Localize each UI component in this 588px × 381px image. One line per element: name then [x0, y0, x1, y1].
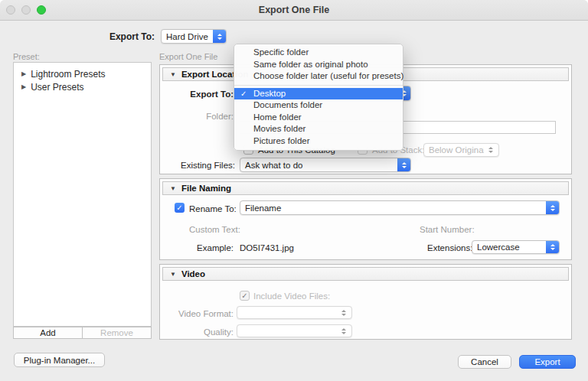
- section-title: File Naming: [181, 184, 231, 193]
- menu-item[interactable]: Choose folder later (useful for presets): [234, 70, 403, 83]
- add-preset-button[interactable]: Add: [13, 327, 83, 339]
- rename-template-value: Filename: [240, 204, 546, 213]
- extensions-popup[interactable]: Lowercase: [472, 240, 560, 254]
- preset-tree-label: Lightroom Presets: [31, 69, 105, 80]
- remove-preset-button[interactable]: Remove: [82, 327, 152, 339]
- custom-text-label: Custom Text:: [189, 225, 240, 234]
- disclosure-open-icon: ▼: [170, 271, 176, 278]
- menu-item[interactable]: Same folder as original photo: [234, 59, 403, 71]
- menu-item[interactable]: Movies folder: [234, 123, 403, 135]
- video-format-label: Video Format:: [157, 309, 234, 318]
- preset-list[interactable]: ▶Lightroom Presets▶User Presets: [13, 62, 152, 327]
- menu-item-label: Choose folder later (useful for presets): [253, 71, 403, 80]
- video-header[interactable]: ▼ Video: [162, 267, 569, 281]
- include-video-label: Include Video Files:: [253, 291, 330, 301]
- stepper-icon: [213, 30, 226, 43]
- file-naming-header[interactable]: ▼ File Naming: [162, 181, 569, 195]
- stack-position-value: Below Original: [424, 145, 484, 155]
- rename-to-label[interactable]: Rename To:: [189, 204, 237, 213]
- menu-item[interactable]: ✓Desktop: [234, 88, 403, 100]
- folder-label: Folder:: [157, 112, 234, 121]
- example-filename: DO5I7431.jpg: [240, 243, 294, 252]
- title-bar: Export One File: [0, 0, 588, 21]
- folder-menu-list: Specific folderSame folder as original p…: [234, 47, 403, 147]
- plugin-manager-button[interactable]: Plug-in Manager...: [14, 353, 105, 367]
- existing-files-label: Existing Files:: [157, 161, 235, 170]
- menu-item-label: Specific folder: [253, 47, 309, 57]
- extensions-value: Lowercase: [472, 243, 546, 252]
- menu-item-label: Same folder as original photo: [253, 60, 368, 69]
- export-destination-popup[interactable]: Hard Drive: [161, 29, 227, 44]
- menu-item-label: Desktop: [253, 89, 286, 98]
- start-number-label: Start Number:: [420, 225, 475, 234]
- export-button[interactable]: Export: [519, 355, 576, 369]
- menu-item[interactable]: Specific folder: [234, 47, 403, 59]
- cancel-button[interactable]: Cancel: [458, 355, 511, 369]
- extensions-label: Extensions:: [427, 243, 472, 252]
- menu-item[interactable]: Documents folder: [234, 99, 403, 112]
- export-destination-value: Hard Drive: [162, 32, 213, 41]
- example-label: Example:: [157, 243, 234, 252]
- stack-position-popup: Below Original: [423, 143, 499, 157]
- stepper-icon: [337, 325, 350, 337]
- stepper-icon: [546, 201, 559, 214]
- window-title: Export One File: [0, 5, 588, 15]
- preset-label: Preset:: [13, 52, 40, 61]
- rename-to-checkbox[interactable]: ✓: [175, 203, 185, 213]
- preset-tree-item[interactable]: ▶User Presets: [14, 80, 151, 93]
- menu-item-label: Home folder: [253, 112, 302, 122]
- quality-label: Quality:: [157, 327, 234, 337]
- quality-popup: [237, 324, 352, 337]
- disclosure-open-icon: ▼: [170, 71, 176, 78]
- panel-label: Export One File: [159, 52, 217, 61]
- existing-files-popup[interactable]: Ask what to do: [240, 158, 411, 172]
- stepper-icon: [484, 144, 497, 156]
- preset-tree-item[interactable]: ▶Lightroom Presets: [14, 67, 151, 80]
- disclosure-closed-icon[interactable]: ▶: [21, 70, 26, 77]
- menu-item-label: Pictures folder: [253, 136, 310, 145]
- existing-files-value: Ask what to do: [240, 161, 397, 170]
- folder-menu: Specific folderSame folder as original p…: [234, 44, 403, 151]
- menu-item[interactable]: Pictures folder: [234, 135, 403, 148]
- stepper-icon: [337, 307, 350, 318]
- menu-item-label: Documents folder: [253, 100, 322, 109]
- section-title: Video: [181, 269, 205, 278]
- disclosure-closed-icon[interactable]: ▶: [21, 83, 26, 90]
- include-video-checkbox: ✓: [240, 291, 250, 301]
- stepper-icon: [397, 158, 410, 171]
- export-to-label: Export To:: [77, 31, 155, 42]
- preset-tree-label: User Presets: [31, 82, 83, 93]
- rename-template-popup[interactable]: Filename: [240, 200, 560, 215]
- inner-export-to-label: Export To:: [157, 90, 234, 99]
- video-format-popup: [237, 306, 352, 319]
- menu-item[interactable]: Home folder: [234, 112, 403, 124]
- menu-separator: [234, 85, 403, 86]
- stepper-icon: [546, 241, 559, 253]
- checkmark-icon: ✓: [240, 88, 247, 100]
- menu-item-label: Movies folder: [253, 124, 305, 133]
- disclosure-open-icon: ▼: [170, 185, 176, 192]
- export-dialog-window: Export One File Export To: Hard Drive Pr…: [0, 0, 588, 381]
